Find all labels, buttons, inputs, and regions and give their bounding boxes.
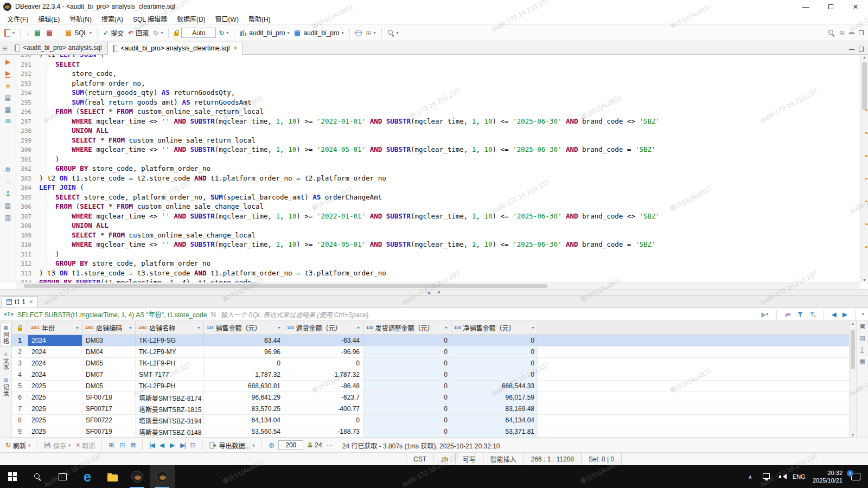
sort-caret-icon[interactable]: ▼ xyxy=(75,326,79,330)
commit-button[interactable]: ✓提交 xyxy=(101,27,125,38)
execute-script-button[interactable]: ▶ xyxy=(4,69,12,78)
menu-item[interactable]: 数据库(D) xyxy=(172,14,210,23)
cell[interactable]: -188.73 xyxy=(284,426,363,437)
navigator-sync-button[interactable] xyxy=(354,29,363,37)
column-header[interactable]: 123净销售金额（元）▼ xyxy=(451,321,538,335)
cell[interactable]: DM03 xyxy=(82,335,136,346)
row-number[interactable]: 5 xyxy=(12,381,28,391)
cell[interactable]: 2024 xyxy=(28,369,82,380)
grid-settings-button[interactable]: ⚙ xyxy=(267,440,277,451)
cell[interactable]: 83,169.48 xyxy=(451,403,538,414)
status-segment[interactable]: 智能插入 xyxy=(483,453,524,465)
cell[interactable]: 96,017.59 xyxy=(451,392,538,403)
code-line[interactable]: 314GROUP BY SUBSTR(t1.mgclearTime, 1, 4)… xyxy=(16,278,860,282)
results-side-tab-text[interactable]: A文本 xyxy=(1,350,11,373)
cell[interactable]: 0 xyxy=(363,403,451,414)
tray-expand-button[interactable]: ∧ xyxy=(742,465,758,488)
network-tray-button[interactable] xyxy=(758,465,775,488)
sort-caret-icon[interactable]: ▼ xyxy=(531,326,535,330)
cell[interactable]: 0 xyxy=(284,358,363,369)
panel-layout-icon[interactable]: ▣ xyxy=(859,323,865,330)
aggregate-icon[interactable]: ∑ xyxy=(860,346,865,353)
code-line[interactable]: 297 WHERE mgclear_time <> '' AND SUBSTR(… xyxy=(16,117,860,126)
database-selector[interactable]: audit_bi_pro▾ xyxy=(292,28,345,38)
results-side-tab-record[interactable]: ▤记录 xyxy=(1,376,11,399)
cell[interactable]: SF00718 xyxy=(82,392,136,403)
menu-item[interactable]: 文件(F) xyxy=(2,14,33,23)
panel-menu-icon[interactable]: ▾ xyxy=(862,312,864,317)
rollback-button[interactable]: ↶回滚 xyxy=(126,27,150,38)
table-row[interactable]: 32024DM05TK-L2F9-PH0000 xyxy=(12,358,849,369)
row-number[interactable]: 3 xyxy=(12,358,28,369)
metadata-icon[interactable]: ▦ xyxy=(859,358,865,365)
sort-caret-icon[interactable]: ▼ xyxy=(444,326,448,330)
code-line[interactable]: 313) t3 ON t1.store_code = t3.store_code… xyxy=(16,268,860,278)
menu-item[interactable]: 编辑(E) xyxy=(33,14,65,23)
execute-statement-button[interactable]: ▶ xyxy=(4,57,12,66)
file-explorer-button[interactable] xyxy=(100,465,125,488)
overflow-icon[interactable]: ⋯ xyxy=(326,441,333,449)
column-header[interactable]: ABC店铺编码▼ xyxy=(82,321,136,335)
menu-item[interactable]: 搜索(A) xyxy=(97,14,128,23)
status-segment[interactable]: Sel: 0 | 0 xyxy=(581,453,621,465)
refresh-connection-button[interactable]: ↻▾ xyxy=(217,28,230,38)
cell[interactable]: 0 xyxy=(451,346,538,357)
cell[interactable]: 0 xyxy=(363,369,451,380)
save-button[interactable]: 保存▾ xyxy=(42,440,72,451)
scroll-up-icon[interactable]: ▲ xyxy=(850,322,856,325)
new-sql-editor-button[interactable]: ▾ xyxy=(3,28,16,38)
code-line[interactable]: 310 WHERE mgclear_time <> '' AND SUBSTR(… xyxy=(16,240,860,249)
cell[interactable]: SF00717 xyxy=(82,403,136,414)
explain-plan-button[interactable]: ◈ xyxy=(4,81,12,89)
code-line[interactable]: 291 SELECT xyxy=(16,60,860,69)
row-number[interactable]: 9 xyxy=(12,426,28,437)
dbeaver-active-taskbar-button[interactable] xyxy=(150,465,175,488)
code-line[interactable]: 290) t1 LEFT JOIN ( xyxy=(16,55,860,60)
filter-history-back-button[interactable]: ◀ xyxy=(831,310,838,319)
minimize-editor-icon[interactable] xyxy=(849,49,854,50)
open-perspective-button[interactable]: ⊞ xyxy=(838,28,846,38)
custom-filter-button[interactable] xyxy=(808,311,817,318)
script-list-button[interactable]: ▤ xyxy=(4,93,12,101)
cell[interactable]: TK-L2F9-MY xyxy=(136,346,204,357)
editor-settings-button[interactable]: ⚙ xyxy=(4,165,12,174)
cell[interactable]: SF00722 xyxy=(82,415,136,426)
column-header[interactable]: ABC年份▼ xyxy=(28,321,82,335)
taskbar-search-button[interactable] xyxy=(25,465,50,488)
more-options-button[interactable]: ∷ xyxy=(4,177,12,185)
last-page-button[interactable]: ▶| xyxy=(178,440,186,450)
table-row[interactable]: 42024DM07SMT-71771,787.32-1,787.3200 xyxy=(12,369,849,381)
scrollbar-thumb[interactable] xyxy=(862,62,867,110)
rollback-db-button[interactable] xyxy=(44,28,55,38)
cell[interactable]: 96.96 xyxy=(204,346,284,357)
first-page-button[interactable]: |◀ xyxy=(148,440,155,450)
code-line[interactable]: 302 GROUP BY store_code, platform_order_… xyxy=(16,164,860,174)
sort-caret-icon[interactable]: ▼ xyxy=(129,326,132,330)
column-header[interactable]: ABC店铺名称▼ xyxy=(136,321,204,335)
code-line[interactable]: 294 SUM(return_goods_qty) AS returnGoods… xyxy=(16,88,860,98)
code-line[interactable]: 293 platform_order_no, xyxy=(16,79,860,88)
menu-item[interactable]: 窗口(W) xyxy=(210,14,244,23)
cell[interactable]: 2025 xyxy=(28,403,82,414)
cell[interactable]: 63.44 xyxy=(204,335,284,346)
fetch-resultset-button[interactable]: ↓ xyxy=(24,28,31,38)
commit-db-button[interactable] xyxy=(32,28,43,38)
code-line[interactable]: 303) t2 ON t1.store_code = t2.store_code… xyxy=(16,174,860,183)
export-result-button[interactable]: ↥ xyxy=(4,189,12,197)
code-line[interactable]: 301 ) xyxy=(16,155,860,164)
status-segment[interactable]: zh xyxy=(433,453,455,465)
cell[interactable]: SMT-7177 xyxy=(136,369,204,380)
scroll-down-icon[interactable]: ▼ xyxy=(861,278,868,282)
cancel-button[interactable]: ×取消 xyxy=(74,440,97,451)
edge-browser-button[interactable]: e xyxy=(75,465,100,488)
filter-history-forward-button[interactable]: ▶ xyxy=(841,310,848,319)
status-segment[interactable]: 266 : 1 : 11208 xyxy=(524,453,581,465)
cell[interactable]: 2025 xyxy=(28,415,82,426)
toolbar-search-button[interactable]: ▾ xyxy=(386,28,400,37)
cell[interactable]: 塔斯曼SMTSBZ-8174 xyxy=(136,392,204,403)
code-line[interactable]: 299 SELECT * FROM custom_online_sale_ret… xyxy=(16,136,860,145)
cell[interactable]: -400.77 xyxy=(284,403,363,414)
next-page-button[interactable]: ▶ xyxy=(168,440,176,450)
cell[interactable]: TK-L2F9-PH xyxy=(136,381,204,391)
cell[interactable]: 53,371.81 xyxy=(451,426,538,437)
